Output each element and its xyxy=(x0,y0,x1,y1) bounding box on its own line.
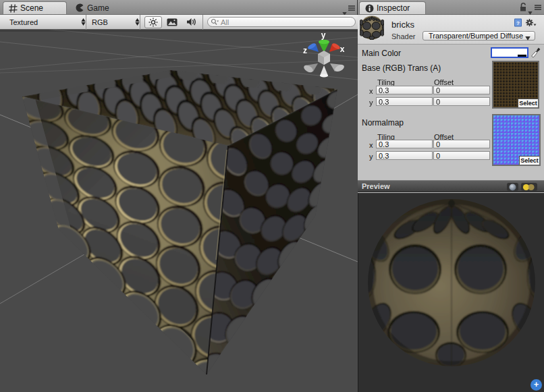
svg-text:x: x xyxy=(340,45,345,54)
svg-text:?: ? xyxy=(516,20,520,26)
svg-text:z: z xyxy=(303,46,307,55)
svg-text:y: y xyxy=(321,30,326,40)
